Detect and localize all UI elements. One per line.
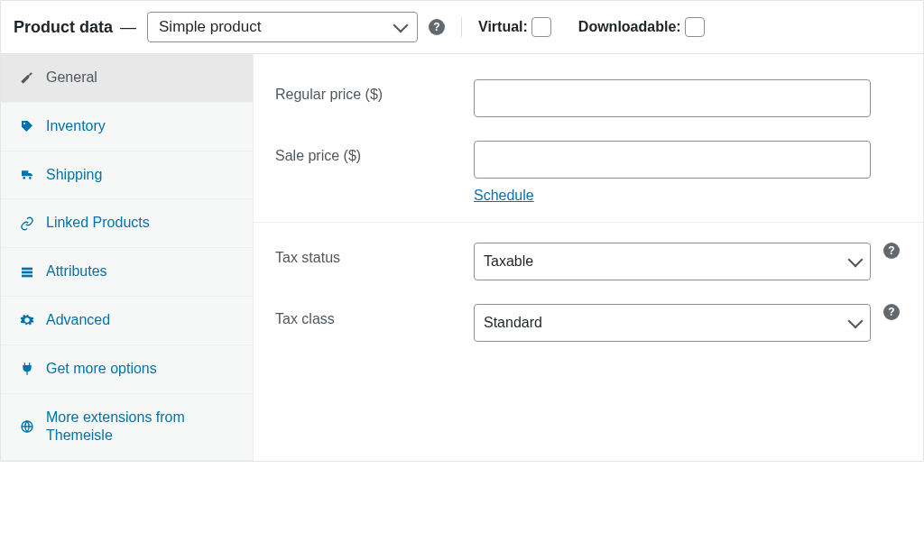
virtual-toggle: Virtual: [478, 17, 551, 37]
sale-price-input[interactable] [474, 141, 871, 179]
tab-label: Inventory [46, 117, 106, 136]
divider [461, 17, 462, 37]
tab-label: Advanced [46, 311, 110, 330]
tax-status-value: Taxable [484, 253, 533, 270]
tab-label: General [46, 69, 97, 87]
tax-class-select[interactable]: Standard [474, 304, 871, 342]
virtual-label: Virtual: [478, 19, 528, 35]
tab-general[interactable]: General [1, 54, 253, 103]
product-type-selected: Simple product [159, 18, 261, 36]
panel-title: Product data — [14, 18, 136, 37]
svg-rect-3 [22, 267, 32, 270]
tab-content-general: Regular price ($) Sale price ($) Schedul… [254, 54, 923, 461]
tab-inventory[interactable]: Inventory [1, 103, 253, 151]
svg-point-0 [23, 123, 25, 124]
tab-label: More extensions from Themeisle [46, 409, 235, 446]
svg-rect-5 [22, 274, 32, 277]
list-icon [19, 264, 35, 280]
tax-class-value: Standard [484, 315, 542, 331]
regular-price-label: Regular price ($) [275, 79, 474, 103]
section-divider [254, 222, 923, 223]
help-icon[interactable]: ? [883, 243, 900, 259]
tax-status-label: Tax status [275, 243, 474, 266]
link-icon [19, 216, 35, 232]
chevron-down-icon [393, 18, 409, 33]
wrench-icon [19, 69, 35, 86]
chevron-down-icon [848, 252, 864, 268]
panel-header: Product data — Simple product ? Virtual:… [1, 1, 923, 54]
row-sale-price: Sale price ($) Schedule [275, 124, 901, 211]
plug-icon [19, 361, 35, 377]
regular-price-input[interactable] [474, 79, 871, 117]
tab-get-more-options[interactable]: Get more options [1, 345, 253, 394]
panel-title-dash: — [120, 18, 136, 37]
sale-price-label: Sale price ($) [275, 141, 474, 164]
tabs-sidebar: General Inventory Shipping Linked Produc… [1, 54, 254, 461]
tab-themeisle-extensions[interactable]: More extensions from Themeisle [1, 394, 253, 462]
tab-label: Attributes [46, 262, 107, 281]
panel-body: General Inventory Shipping Linked Produc… [1, 54, 923, 461]
downloadable-label: Downloadable: [578, 19, 681, 35]
row-regular-price: Regular price ($) [275, 63, 901, 124]
tag-icon [19, 118, 35, 134]
tab-advanced[interactable]: Advanced [1, 297, 253, 345]
tab-label: Linked Products [46, 214, 150, 233]
downloadable-checkbox[interactable] [685, 17, 705, 37]
truck-icon [19, 167, 35, 183]
tab-label: Shipping [46, 166, 102, 185]
row-tax-status: Tax status Taxable ? [275, 226, 901, 288]
svg-rect-4 [22, 271, 32, 273]
product-data-panel: Product data — Simple product ? Virtual:… [0, 0, 924, 462]
gear-icon [19, 312, 35, 328]
panel-title-text: Product data [14, 18, 113, 37]
product-type-select[interactable]: Simple product [147, 12, 418, 42]
tax-status-select[interactable]: Taxable [474, 243, 871, 280]
chevron-down-icon [848, 314, 864, 329]
tab-linked-products[interactable]: Linked Products [1, 199, 253, 248]
tax-class-label: Tax class [275, 304, 474, 327]
help-icon[interactable]: ? [429, 19, 445, 35]
tab-shipping[interactable]: Shipping [1, 151, 253, 200]
tab-label: Get more options [46, 360, 157, 379]
virtual-checkbox[interactable] [531, 17, 551, 37]
svg-point-2 [29, 177, 32, 179]
schedule-link[interactable]: Schedule [474, 188, 871, 204]
tab-attributes[interactable]: Attributes [1, 248, 253, 297]
row-tax-class: Tax class Standard ? [275, 288, 901, 349]
help-icon[interactable]: ? [883, 304, 900, 320]
downloadable-toggle: Downloadable: [578, 17, 705, 37]
svg-point-1 [23, 177, 25, 179]
globe-icon [19, 418, 35, 435]
